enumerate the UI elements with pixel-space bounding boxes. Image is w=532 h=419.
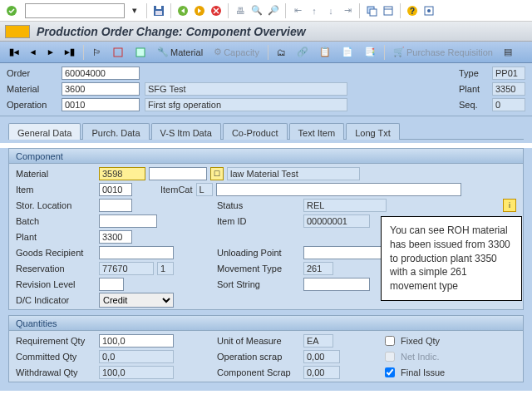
plant-label: Plant	[459, 84, 489, 94]
flag-icon[interactable]: 🏳	[88, 45, 106, 60]
quantities-group: Quantities Requirement Qty 100,0 Unit of…	[8, 315, 524, 382]
status-info-icon[interactable]: i	[503, 199, 516, 212]
comp-plant-field[interactable]: 3300	[99, 230, 132, 244]
print-icon[interactable]: 🖶	[234, 4, 247, 17]
storloc-field[interactable]	[99, 199, 132, 212]
tabstrip: General Data Purch. Data V-S Itm Data Co…	[0, 116, 532, 143]
item-field[interactable]: 0010	[99, 183, 132, 196]
order-label: Order	[7, 68, 58, 78]
seq-field: 0	[492, 98, 525, 111]
list-icon[interactable]: ▤	[500, 45, 516, 60]
fixedqty-checkbox[interactable]	[385, 336, 395, 346]
reqqty-label: Requirement Qty	[16, 336, 96, 346]
header-material-field[interactable]: 3600	[62, 82, 140, 96]
nav-next-icon[interactable]: ▸	[43, 45, 58, 60]
findnext-icon[interactable]: 🔎	[267, 4, 280, 17]
reservation-pos-field: 1	[157, 262, 174, 275]
itemid-field: 00000001	[303, 214, 370, 228]
storloc-label: Stor. Location	[16, 200, 96, 210]
components-icon[interactable]: 📋	[315, 45, 335, 60]
nav-last-icon[interactable]: ▸▮	[61, 45, 79, 60]
itemcat-desc[interactable]	[216, 183, 461, 196]
withqty-field: 100,0	[99, 366, 174, 379]
prev-page-icon[interactable]: ↑	[308, 4, 321, 17]
operation-desc: First sfg operation	[145, 98, 347, 111]
back-icon[interactable]	[176, 4, 190, 17]
netind-label: Net Indic.	[401, 352, 439, 362]
app-toolbar: ▮◂ ◂ ▸ ▸▮ 🏳 🔧Material ⚙Capacity 🗂 🔗 📋 📄 …	[0, 42, 532, 63]
sequences-icon[interactable]: 📑	[360, 45, 380, 60]
network-icon[interactable]: 🔗	[293, 45, 313, 60]
tab-text[interactable]: Text Item	[289, 123, 345, 140]
nav-prev-icon[interactable]: ◂	[26, 45, 41, 60]
seq-label: Seq.	[459, 100, 489, 110]
itemcat-label: ItemCat	[160, 185, 193, 195]
quantities-group-title: Quantities	[9, 316, 523, 331]
find-icon[interactable]: 🔍	[250, 4, 264, 17]
unloadpt-label: Unloading Point	[217, 248, 300, 258]
next-page-icon[interactable]: ↓	[324, 4, 337, 17]
order-field[interactable]: 60004000	[62, 67, 140, 80]
reservation-field: 77670	[99, 262, 154, 275]
commqty-field: 0,0	[99, 350, 174, 363]
uom-label: Unit of Measure	[217, 336, 300, 346]
reservation-label: Reservation	[16, 264, 96, 274]
header-material-label: Material	[7, 84, 58, 94]
nav-first-icon[interactable]: ▮◂	[5, 45, 23, 60]
comp-material-field[interactable]: 3598	[99, 167, 145, 180]
tab-long[interactable]: Long Txt	[346, 123, 400, 140]
material-button[interactable]: 🔧Material	[153, 45, 207, 60]
exit-icon[interactable]	[193, 4, 206, 17]
opscrap-label: Operation scrap	[217, 352, 300, 362]
ok-icon[interactable]	[5, 4, 18, 17]
schedule-icon[interactable]	[131, 45, 150, 60]
order-header: Order 60004000 Type PP01 Material 3600 S…	[0, 63, 532, 116]
command-field[interactable]	[25, 3, 125, 18]
svg-rect-8	[370, 9, 377, 16]
tab-general[interactable]: General Data	[8, 123, 81, 140]
tab-coprod[interactable]: Co-Product	[223, 123, 288, 140]
transaction-icon	[5, 25, 30, 38]
tree-icon[interactable]: 🗂	[273, 45, 290, 60]
svg-rect-2	[156, 6, 161, 9]
comp-material-ext[interactable]	[149, 167, 207, 180]
sortstr-label: Sort String	[217, 279, 300, 289]
batch-label: Batch	[16, 216, 96, 226]
dcind-select[interactable]: Credit	[99, 293, 174, 308]
finalissue-checkbox[interactable]	[385, 367, 395, 377]
tab-vsitm[interactable]: V-S Itm Data	[151, 123, 221, 140]
settings-icon[interactable]	[422, 4, 436, 17]
svg-rect-3	[155, 11, 162, 15]
title-bar: Production Order Change: Component Overv…	[0, 22, 532, 42]
fixedqty-label: Fixed Qty	[401, 336, 440, 346]
capacity-button[interactable]: ⚙Capacity	[209, 45, 264, 60]
layout-icon[interactable]	[382, 4, 395, 17]
sortstr-field[interactable]	[303, 278, 370, 291]
svg-rect-15	[114, 48, 122, 57]
operation-field[interactable]: 0010	[62, 98, 140, 111]
purchreq-button[interactable]: 🛒Purchase Requisition	[389, 45, 497, 60]
svg-rect-9	[384, 7, 392, 15]
batch-field[interactable]	[99, 214, 157, 228]
reqqty-field[interactable]: 100,0	[99, 334, 174, 348]
opscrap-field: 0,00	[303, 350, 340, 363]
save-icon[interactable]	[152, 4, 165, 17]
tab-purch[interactable]: Purch. Data	[82, 123, 149, 140]
netind-checkbox	[385, 352, 395, 362]
first-page-icon[interactable]: ⇤	[291, 4, 304, 17]
itemcat-field: L	[196, 183, 213, 196]
cancel-icon[interactable]	[209, 4, 223, 17]
last-page-icon[interactable]: ⇥	[341, 4, 354, 17]
type-label: Type	[459, 68, 489, 78]
documents-icon[interactable]: 📄	[337, 45, 357, 60]
revlevel-field[interactable]	[99, 278, 124, 291]
new-session-icon[interactable]	[365, 4, 378, 17]
goodsrec-label: Goods Recipient	[16, 248, 96, 258]
search-help-icon[interactable]: ☐	[210, 167, 224, 180]
help-icon[interactable]: ?	[406, 4, 419, 17]
dropdown-arrow-icon[interactable]: ▾	[128, 4, 141, 17]
component-group-title: Component	[9, 149, 523, 164]
comp-material-label: Material	[16, 169, 96, 179]
goodsrec-field[interactable]	[99, 246, 174, 259]
release-icon[interactable]	[108, 45, 128, 60]
